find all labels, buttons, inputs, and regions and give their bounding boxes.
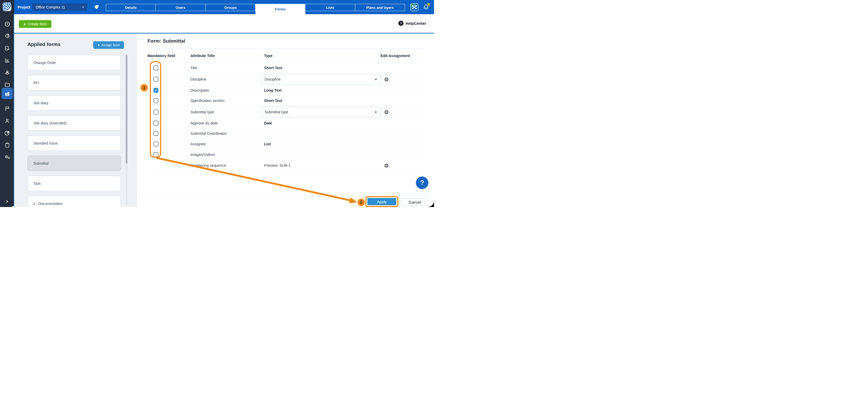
mandatory-checkbox[interactable] <box>153 77 158 82</box>
mandatory-checkbox[interactable] <box>153 131 158 136</box>
col-attribute-title: Attribute Title <box>190 54 215 58</box>
helpcenter-link[interactable]: ? HelpCenter <box>398 21 426 26</box>
table-row-title: Title Short Text <box>148 63 424 73</box>
tab-details[interactable]: Details <box>106 4 156 11</box>
forms-icon[interactable] <box>4 45 10 51</box>
app-logo-icon[interactable] <box>3 2 11 11</box>
caret-down-icon: ▼ <box>82 6 87 8</box>
plus-icon: + <box>24 22 26 26</box>
table-header: Mandatory field Attribute Title Type Edi… <box>148 49 424 63</box>
caret-down-icon: ▼ <box>375 78 380 81</box>
toolbar-divider <box>14 33 434 34</box>
app-window: ⚙⚙ › Project Office Complex 11 ▼ Details… <box>0 0 434 207</box>
table-row-numbering-sequence: Numbering sequence Preview: SUB-1 ⚙ <box>148 160 424 171</box>
tags-icon[interactable] <box>4 33 10 39</box>
project-dropdown[interactable]: Office Complex 11 ▼ <box>32 3 87 11</box>
analytics-pie-icon[interactable] <box>4 130 10 136</box>
tasks-clipboard-icon[interactable] <box>4 142 10 148</box>
applied-forms-title: Applied forms <box>27 41 60 47</box>
settings-gears-icon[interactable]: ⚙⚙ <box>4 154 10 160</box>
tab-groups[interactable]: Groups <box>206 4 255 11</box>
form-card-task[interactable]: Task <box>27 176 121 191</box>
question-icon: ? <box>398 21 404 26</box>
files-icon[interactable] <box>4 81 10 88</box>
applied-forms-panel: Applied forms + Assign form Change Order… <box>14 34 137 207</box>
plus-icon: + <box>97 43 100 47</box>
assign-form-button[interactable]: + Assign form <box>93 41 124 49</box>
table-row-submittal-type: Submittal type Submittal type ▼ ⚙ <box>148 106 424 118</box>
form-detail-panel: Form: Submittal Mandatory field Attribut… <box>137 34 434 207</box>
table-row-submittal-coordinator: Submittal Coordinator <box>148 128 424 139</box>
project-dropdown-value: Office Complex 11 <box>32 5 82 9</box>
mandatory-checkbox[interactable] <box>153 98 158 103</box>
dashboard-icon[interactable] <box>4 21 10 27</box>
tab-users[interactable]: Users <box>156 4 206 11</box>
forms-toolbar: + Create form ? HelpCenter <box>14 14 434 33</box>
scrollbar-thumb[interactable] <box>126 55 127 163</box>
table-row-images-videos: Images/Videos <box>148 149 424 160</box>
annotation-step-1: 1 <box>141 84 148 91</box>
form-title: Form: Submittal <box>148 38 185 44</box>
stats-icon[interactable] <box>4 57 10 64</box>
projects-building-icon[interactable] <box>4 90 10 97</box>
mandatory-checkbox[interactable] <box>153 142 158 147</box>
tab-forms[interactable]: Forms <box>255 4 305 14</box>
form-card-change-order[interactable]: Change Order <box>27 55 121 70</box>
tab-plans-and-layers[interactable]: Plans and layers <box>355 4 405 11</box>
caret-down-icon: ▼ <box>375 111 380 113</box>
table-row-discipline: Discipline Discipline ▼ ⚙ <box>148 73 424 85</box>
attributes-table: Mandatory field Attribute Title Type Edi… <box>148 49 424 171</box>
form-card-rfi[interactable]: RFI <box>27 75 121 90</box>
app-switcher-icon[interactable] <box>410 3 418 11</box>
notifications-bell-icon[interactable] <box>423 4 430 11</box>
mandatory-checkbox-checked[interactable]: ✓ <box>153 88 158 93</box>
form-card-site-diary[interactable]: Site diary <box>27 95 121 110</box>
edit-assignment-gear-icon[interactable]: ⚙ <box>383 163 390 168</box>
table-row-approve-by-date: Approve by date Date <box>148 118 424 128</box>
col-type: Type <box>264 54 273 58</box>
people-icon[interactable] <box>4 117 10 124</box>
cancel-button[interactable]: Cancel <box>401 198 429 206</box>
edit-assignment-gear-icon[interactable]: ⚙ <box>383 77 390 82</box>
table-row-assignee: Assignee List <box>148 139 424 149</box>
discipline-type-dropdown[interactable]: Discipline ▼ <box>261 74 381 84</box>
sidebar: ⚙⚙ › <box>0 0 14 207</box>
project-tag-icon[interactable] <box>94 4 99 10</box>
project-tabs: Details Users Groups Forms Lists Plans a… <box>106 4 405 14</box>
table-row-specification-section: Specification section Short Text <box>148 96 424 106</box>
form-card-z-documentation[interactable]: z - Documentation <box>27 196 121 207</box>
floating-help-button[interactable]: ? <box>416 177 428 189</box>
resources-icon[interactable] <box>4 69 10 76</box>
mandatory-checkbox[interactable] <box>153 110 158 114</box>
topbar: Project Office Complex 11 ▼ Details User… <box>14 0 434 14</box>
notification-badge <box>427 3 430 6</box>
project-label: Project <box>18 0 30 14</box>
form-card-site-diary-extended[interactable]: Site diary (extended) <box>27 115 121 131</box>
edit-assignment-gear-icon[interactable]: ⚙ <box>383 109 390 115</box>
mandatory-checkbox[interactable] <box>153 152 158 157</box>
form-card-submittal-selected[interactable]: Submittal <box>27 156 121 171</box>
tab-lists[interactable]: Lists <box>305 4 355 11</box>
create-form-button[interactable]: + Create form <box>19 20 52 28</box>
sidebar-collapse-chevron[interactable]: › <box>0 199 14 204</box>
form-card-standard-issue[interactable]: Standard Issue <box>27 136 121 151</box>
mandatory-checkbox[interactable] <box>153 66 158 70</box>
apply-button[interactable]: Apply <box>367 198 396 205</box>
col-mandatory-field: Mandatory field <box>148 54 175 58</box>
submittal-type-dropdown[interactable]: Submittal type ▼ <box>261 107 381 117</box>
flags-icon[interactable] <box>4 105 10 112</box>
col-edit-assignment: Edit Assignment <box>380 54 410 58</box>
table-row-description: ✓ Description Long Text <box>148 85 424 96</box>
mandatory-checkbox[interactable] <box>153 121 158 126</box>
